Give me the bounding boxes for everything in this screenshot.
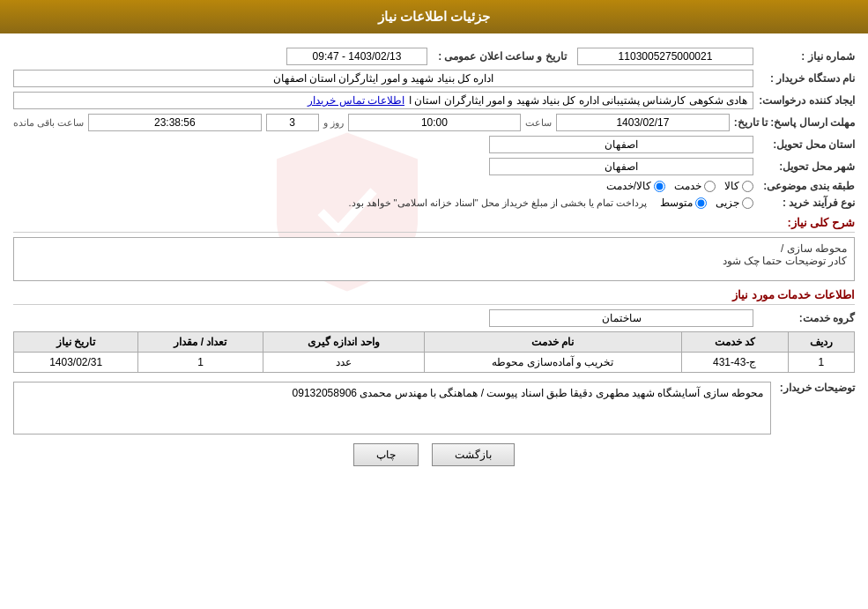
col-name: نام خدمت (424, 332, 681, 353)
purchase-type-motevasset-radio[interactable] (695, 197, 707, 209)
buyer-org-value: اداره کل بنیاد شهید و امور ایثارگران است… (13, 70, 753, 87)
description-section-title: شرح کلی نیاز: (13, 216, 855, 233)
saaat-mande-label: ساعت باقی مانده (13, 117, 84, 129)
purchase-type-note: پرداخت تمام یا بخشی از مبلغ خریداز محل "… (348, 197, 647, 209)
buyer-org-label: نام دستگاه خریدار : (758, 72, 855, 85)
category-kala-khedmat-radio[interactable] (654, 181, 665, 192)
need-number-value: 1103005275000021 (577, 48, 753, 65)
description-box: محوطه سازی / کادر توضیحات حتما چک شود (13, 237, 855, 281)
print-button[interactable]: چاپ (353, 443, 419, 466)
col-date: تاریخ نیاز (14, 332, 138, 353)
deadline-days-value: 3 (266, 114, 319, 131)
delivery-province-label: استان محل تحویل: (758, 138, 855, 151)
col-quantity: تعداد / مقدار (138, 332, 263, 353)
cell-quantity: 1 (138, 353, 263, 373)
delivery-city-value: اصفهان (489, 158, 753, 175)
deadline-time-value: 10:00 (348, 114, 522, 131)
purchase-type-jozi-label: جزیی (716, 197, 739, 209)
purchase-type-motevasset-option[interactable]: متوسط (660, 197, 707, 209)
category-kala-khedmat-option[interactable]: کالا/خدمت (606, 180, 665, 192)
purchase-type-jozi-option[interactable]: جزیی (716, 197, 753, 209)
category-khedmat-option[interactable]: خدمت (674, 180, 716, 192)
category-khedmat-radio[interactable] (704, 181, 716, 192)
purchase-type-label: نوع فرآیند خرید : (758, 197, 855, 209)
category-label: طبقه بندی موضوعی: (758, 180, 855, 192)
back-button[interactable]: بازگشت (432, 443, 515, 466)
sahat-label: ساعت (525, 117, 552, 129)
purchase-type-jozi-radio[interactable] (742, 197, 753, 209)
requester-value: هادی شکوهی کارشناس پشتیبانی اداره کل بنی… (13, 92, 753, 109)
category-kala-radio[interactable] (742, 181, 753, 192)
cell-name: تخریب و آماده‌سازی محوطه (424, 353, 681, 373)
cell-row: 1 (788, 353, 854, 373)
footer-buttons: بازگشت چاپ (13, 443, 855, 466)
category-radio-group: کالا خدمت کالا/خدمت (606, 180, 753, 192)
purchase-type-motevasset-label: متوسط (660, 197, 693, 209)
service-table: ردیف کد خدمت نام خدمت واحد اندازه گیری ت… (13, 331, 855, 373)
delivery-city-label: شهر محل تحویل: (758, 160, 855, 173)
requester-contact-link[interactable]: اطلاعات تماس خریدار (308, 94, 404, 107)
col-code: کد خدمت (681, 332, 788, 353)
purchase-type-radio-group: جزیی متوسط (660, 197, 753, 209)
category-khedmat-label: خدمت (674, 180, 701, 192)
public-announce-value: 1403/02/13 - 09:47 (286, 48, 427, 65)
requester-label: ایجاد کننده درخواست: (758, 94, 855, 107)
cell-date: 1403/02/31 (14, 353, 138, 373)
deadline-remaining-value: 23:38:56 (88, 114, 262, 131)
description-text: محوطه سازی / کادر توضیحات حتما چک شود (723, 242, 847, 267)
delivery-province-value: اصفهان (489, 136, 753, 153)
deadline-date-value: 1403/02/17 (556, 114, 730, 131)
category-kala-label: کالا (724, 180, 739, 192)
col-row: ردیف (788, 332, 854, 353)
service-group-value: ساختمان (489, 309, 753, 327)
need-number-label: شماره نیاز : (758, 50, 855, 63)
page-title: جزئیات اطلاعات نیاز (378, 9, 490, 24)
page-header: جزئیات اطلاعات نیاز (0, 0, 868, 33)
cell-unit: عدد (263, 353, 424, 373)
buyer-notes-label: توضیحات خریدار: (775, 382, 855, 394)
category-kala-khedmat-label: کالا/خدمت (606, 180, 651, 192)
table-row: 1ج-43-431تخریب و آماده‌سازی محوطهعدد1140… (14, 353, 855, 373)
category-kala-option[interactable]: کالا (724, 180, 753, 192)
rooz-label: روز و (323, 117, 344, 129)
deadline-label: مهلت ارسال پاسخ: تا تاریخ: (734, 116, 855, 129)
requester-name: هادی شکوهی کارشناس پشتیبانی اداره کل بنی… (409, 94, 747, 107)
buyer-notes-box: محوطه سازی آسایشگاه شهید مطهری دقیقا طبق… (13, 382, 771, 434)
cell-code: ج-43-431 (681, 353, 788, 373)
service-info-title: اطلاعات خدمات مورد نیاز (13, 288, 855, 305)
public-announce-label: تاریخ و ساعت اعلان عمومی : (432, 50, 573, 63)
col-unit: واحد اندازه گیری (263, 332, 424, 353)
service-group-label: گروه خدمت: (758, 312, 855, 324)
buyer-notes-text: محوطه سازی آسایشگاه شهید مطهری دقیقا طبق… (293, 387, 763, 399)
